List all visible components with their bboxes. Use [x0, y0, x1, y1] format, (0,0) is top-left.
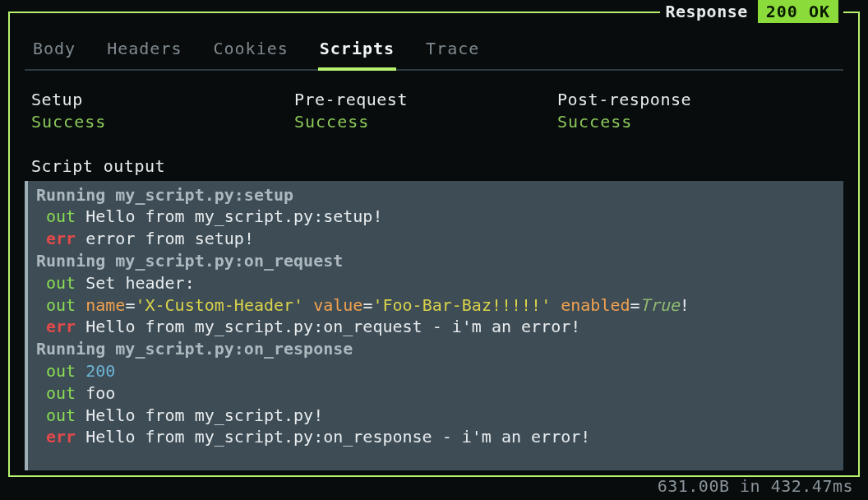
response-size: 631.00B [658, 476, 730, 496]
console-line: Running my_script.py:on_request [36, 250, 835, 272]
console-line: Running my_script.py:on_response [36, 338, 835, 360]
stage-status: Success [31, 111, 294, 132]
out-tag: out [36, 383, 85, 403]
tab-headers[interactable]: Headers [105, 33, 183, 69]
stage-setup: SetupSuccess [31, 89, 294, 132]
console-text: 'X-Custom-Header' [135, 295, 303, 315]
console-line: err error from setup! [36, 228, 835, 250]
footer-stats: 631.00B in 432.47ms [658, 475, 853, 497]
console-text: Set header: [85, 273, 194, 293]
console-text: enabled [561, 295, 630, 315]
console-text: Hello from my_script.py! [85, 405, 323, 425]
console-line: out Set header: [36, 272, 835, 294]
console-line: err Hello from my_script.py:on_request -… [36, 316, 835, 338]
panel-title: Response [665, 1, 747, 22]
console-text [551, 295, 561, 315]
response-panel: Response 200 OK BodyHeadersCookiesScript… [8, 12, 860, 477]
console-text: error from setup! [85, 229, 254, 248]
stage-status: Success [557, 111, 820, 132]
console-text: = [630, 295, 640, 315]
stage-pre-request: Pre-requestSuccess [294, 89, 557, 132]
console-line: err Hello from my_script.py:on_response … [36, 426, 835, 448]
out-tag: out [36, 295, 85, 315]
err-tag: err [36, 427, 85, 447]
stage-label: Pre-request [294, 89, 557, 110]
console-line: out foo [36, 382, 835, 405]
stage-label: Post-response [557, 89, 820, 110]
tab-scripts[interactable]: Scripts [318, 33, 396, 71]
console-text [303, 295, 313, 315]
out-tag: out [36, 273, 85, 293]
stage-post-response: Post-responseSuccess [557, 89, 820, 132]
console-text: name [85, 295, 125, 315]
out-tag: out [36, 206, 85, 226]
console-text: ! [680, 295, 690, 315]
console-running-label: Running my_script.py:on_response [36, 339, 353, 359]
tab-bar: BodyHeadersCookiesScriptsTrace [25, 33, 843, 71]
footer-in-word: in [740, 476, 760, 496]
response-time: 432.47ms [771, 476, 853, 496]
console-text: Hello from my_script.py:on_request - i'm… [85, 317, 580, 336]
console-running-label: Running my_script.py:on_request [36, 251, 343, 271]
status-badge: 200 OK [758, 0, 838, 23]
console-line: Running my_script.py:setup [36, 184, 835, 206]
console-text: 'Foo-Bar-Baz!!!!!' [372, 295, 551, 315]
console-text: value [313, 295, 362, 315]
err-tag: err [36, 317, 85, 336]
console-line: out Hello from my_script.py:setup! [36, 206, 835, 228]
console-running-label: Running my_script.py:setup [36, 185, 293, 205]
tab-trace[interactable]: Trace [424, 33, 481, 69]
console-line: out name='X-Custom-Header' value='Foo-Ba… [36, 294, 835, 317]
console-text: True [640, 295, 680, 315]
console-text: Hello from my_script.py:setup! [85, 206, 382, 226]
stage-status: Success [294, 111, 557, 132]
console-text: 200 [85, 361, 115, 381]
tab-body[interactable]: Body [31, 33, 77, 69]
err-tag: err [36, 229, 85, 248]
console-text: foo [85, 383, 115, 403]
script-output-label: Script output [25, 155, 843, 177]
out-tag: out [36, 405, 85, 425]
console-line: out 200 [36, 360, 835, 382]
console-text: = [362, 295, 372, 315]
console-text: Hello from my_script.py:on_response - i'… [85, 427, 590, 447]
tab-cookies[interactable]: Cookies [211, 33, 289, 69]
out-tag: out [36, 361, 85, 381]
stage-row: SetupSuccessPre-requestSuccessPost-respo… [25, 89, 843, 132]
script-output-console[interactable]: Running my_script.py:setup out Hello fro… [25, 181, 843, 470]
console-line: out Hello from my_script.py! [36, 405, 835, 427]
console-text: = [125, 295, 135, 315]
stage-label: Setup [31, 89, 294, 110]
panel-header: Response 200 OK [660, 0, 843, 23]
